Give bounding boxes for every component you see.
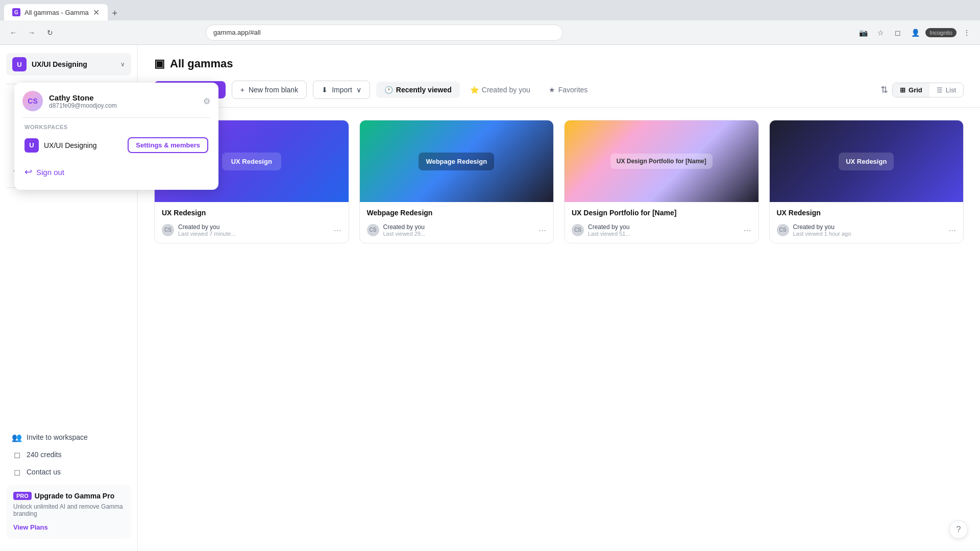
more-menu-button[interactable]: ⋮: [960, 26, 974, 40]
card-body: UX Redesign CS Created by you Last viewe…: [770, 202, 964, 243]
back-button[interactable]: ←: [6, 26, 20, 40]
view-plans-link[interactable]: View Plans: [13, 523, 48, 531]
card-meta: CS Created by you Last viewed 29... ···: [367, 223, 547, 237]
workspace-row-avatar: U: [24, 138, 39, 153]
reload-button[interactable]: ↻: [43, 26, 57, 40]
card-user: CS Created by you Last viewed 51...: [572, 223, 630, 237]
card-user: CS Created by you Last viewed 7 minute..…: [162, 223, 236, 237]
import-icon: ⬇: [322, 86, 328, 94]
grid-label: Grid: [909, 86, 922, 94]
sign-out-button[interactable]: ↩ Sign out: [22, 162, 210, 182]
user-name: Cathy Stone: [49, 93, 197, 102]
avatar: CS: [162, 224, 174, 236]
import-label: Import: [332, 86, 352, 94]
favorites-icon: ★: [549, 86, 555, 94]
avatar: CS: [572, 224, 584, 236]
avatar: CS: [777, 224, 789, 236]
chevron-down-icon: ∨: [120, 61, 125, 68]
table-row[interactable]: UX Redesign UX Redesign CS Created by yo…: [769, 120, 964, 243]
user-avatar: CS: [22, 91, 43, 111]
sidebar-item-contact[interactable]: ◻ Contact us: [6, 463, 131, 481]
table-row[interactable]: Webpage Redesign Webpage Redesign CS Cre…: [359, 120, 554, 243]
user-info: Cathy Stone d871fe09@moodjoy.com: [49, 93, 197, 109]
list-view-button[interactable]: ☰ List: [929, 83, 963, 97]
card-more-button[interactable]: ···: [743, 226, 751, 235]
star-icon: ⭐: [470, 86, 479, 94]
tab-created-by-you[interactable]: ⭐ Created by you: [462, 82, 538, 98]
tabs: 🕐 Recently viewed ⭐ Created by you ★ Fav…: [376, 82, 596, 98]
card-meta-text: Created by you Last viewed 7 minute...: [178, 223, 236, 237]
workspace-name: UX/UI Designing: [32, 60, 87, 68]
browser-nav: ← → ↻ gamma.app/#all 📷 ☆ ◻ 👤 Incognito ⋮: [0, 20, 980, 45]
card-created-by: Created by you: [178, 223, 236, 231]
view-controls: ⇅ ⊞ Grid ☰ List: [880, 83, 964, 97]
card-created-by: Created by you: [793, 223, 851, 231]
workspaces-section: Workspaces U UX/UI Designing Settings & …: [22, 124, 210, 156]
page-title-icon: ▣: [154, 57, 165, 70]
pro-upgrade-card: PRO Upgrade to Gamma Pro Unlock unlimite…: [6, 485, 131, 539]
workspace-avatar: U: [12, 57, 27, 71]
card-title: UX Redesign: [777, 208, 957, 218]
sidebar-bottom: 👥 Invite to workspace ◻ 240 credits ◻ Co…: [6, 422, 131, 543]
list-label: List: [946, 86, 956, 94]
card-meta-text: Created by you Last viewed 1 hour ago: [793, 223, 851, 237]
contact-label: Contact us: [27, 468, 61, 476]
address-bar[interactable]: gamma.app/#all: [206, 24, 563, 41]
card-last-viewed: Last viewed 29...: [383, 231, 426, 237]
card-thumbnail: UX Design Portfolio for [Name]: [565, 120, 758, 202]
card-meta: CS Created by you Last viewed 7 minute..…: [162, 223, 341, 237]
signout-label: Sign out: [36, 168, 64, 177]
workspaces-label: Workspaces: [22, 124, 210, 130]
tab-recently-viewed[interactable]: 🕐 Recently viewed: [376, 82, 460, 98]
pro-title: Upgrade to Gamma Pro: [35, 492, 114, 500]
forward-button[interactable]: →: [24, 26, 39, 40]
clock-icon: 🕐: [384, 86, 393, 94]
browser-tabs: G All gammas - Gamma ✕ +: [0, 0, 980, 20]
settings-members-button[interactable]: Settings & members: [128, 137, 208, 153]
new-from-blank-button[interactable]: + New from blank: [232, 81, 307, 99]
bookmark-star-icon[interactable]: ☆: [873, 26, 888, 40]
card-title: UX Redesign: [162, 208, 341, 218]
main-header: ▣ All gammas Create new AI + New from bl…: [138, 45, 980, 108]
card-meta: CS Created by you Last viewed 1 hour ago…: [777, 223, 957, 237]
card-created-by: Created by you: [383, 223, 426, 231]
table-row[interactable]: UX Design Portfolio for [Name] UX Design…: [564, 120, 759, 243]
tab-close-button[interactable]: ✕: [93, 8, 100, 17]
incognito-badge: Incognito: [925, 28, 957, 37]
credits-label: 240 credits: [27, 450, 61, 459]
card-body: UX Redesign CS Created by you Last viewe…: [155, 202, 349, 243]
credits-icon: ◻: [12, 450, 21, 459]
invite-icon: 👥: [12, 433, 21, 442]
workspace-header[interactable]: U UX/UI Designing ∨: [6, 53, 131, 76]
plus-icon: +: [240, 86, 244, 94]
list-icon: ☰: [937, 86, 943, 94]
settings-gear-icon[interactable]: ⚙: [203, 96, 210, 106]
workspace-info: U UX/UI Designing: [12, 57, 87, 71]
card-body: Webpage Redesign CS Created by you Last …: [360, 202, 554, 243]
import-button[interactable]: ⬇ Import ∨: [313, 81, 370, 99]
avatar: CS: [367, 224, 379, 236]
sidebar-item-invite[interactable]: 👥 Invite to workspace: [6, 429, 131, 446]
workspace-row-info: U UX/UI Designing: [24, 138, 97, 153]
tab-label: Favorites: [558, 86, 588, 94]
dropdown-user-section: CS Cathy Stone d871fe09@moodjoy.com ⚙: [22, 91, 210, 118]
card-more-button[interactable]: ···: [538, 226, 546, 235]
grid-view-button[interactable]: ⊞ Grid: [893, 83, 929, 97]
pro-badge: PRO Upgrade to Gamma Pro: [13, 492, 124, 500]
contact-icon: ◻: [12, 467, 21, 477]
main-content: ▣ All gammas Create new AI + New from bl…: [138, 45, 980, 551]
card-more-button[interactable]: ···: [948, 226, 956, 235]
active-tab[interactable]: G All gammas - Gamma ✕: [4, 4, 108, 20]
new-tab-button[interactable]: +: [108, 6, 122, 20]
profile-icon[interactable]: 👤: [908, 26, 922, 40]
card-more-button[interactable]: ···: [333, 226, 341, 235]
extensions-icon[interactable]: ◻: [891, 26, 905, 40]
tab-label: Recently viewed: [396, 86, 452, 94]
card-created-by: Created by you: [588, 223, 630, 231]
toolbar: Create new AI + New from blank ⬇ Import …: [154, 81, 964, 99]
sort-button[interactable]: ⇅: [880, 84, 888, 95]
workspace-row: U UX/UI Designing Settings & members: [22, 134, 210, 156]
tab-favorites[interactable]: ★ Favorites: [541, 82, 596, 98]
help-button[interactable]: ?: [949, 520, 968, 539]
sidebar-item-credits[interactable]: ◻ 240 credits: [6, 446, 131, 463]
